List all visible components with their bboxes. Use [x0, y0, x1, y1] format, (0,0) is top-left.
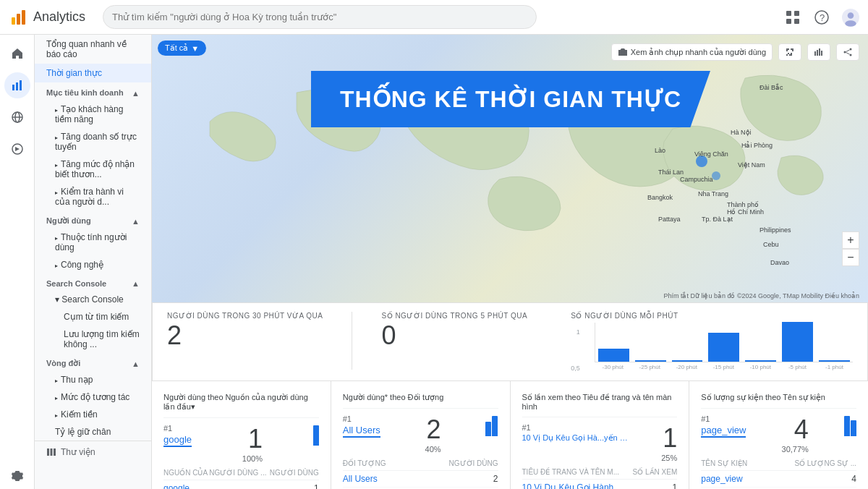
bar-5 — [745, 360, 776, 362]
sidebar-item-search-terms[interactable]: Cụm từ tìm kiếm — [35, 308, 151, 326]
fullscreen-button[interactable] — [778, 43, 801, 61]
svg-rect-3 — [786, 11, 791, 16]
tat-ca-button[interactable]: Tất cả ▼ — [158, 41, 206, 56]
sidebar-item-user-behavior[interactable]: ▸Kiểm tra hành vi của người d... — [35, 183, 151, 211]
users-30min-label: NGƯỜI DÙNG TRONG 30 PHÚT VỪA QUA — [167, 312, 323, 320]
library-icon — [46, 447, 56, 457]
sidebar-item-brand-awareness[interactable]: ▸Tăng mức độ nhận biết thươn... — [35, 156, 151, 183]
cards-grid: Người dùng theo Nguồn của người dùng lần… — [152, 381, 868, 489]
sidebar-item-organic-traffic[interactable]: Lưu lượng tìm kiếm không ... — [35, 326, 151, 353]
svg-rect-19 — [47, 448, 49, 456]
city-label-taipei: Đài Bắc — [760, 84, 783, 91]
sidebar-item-monetize[interactable]: ▸Kiếm tiền — [35, 406, 151, 423]
settings-icon[interactable] — [4, 463, 30, 489]
svg-rect-26 — [819, 48, 820, 56]
sidebar-nav: Tổng quan nhanh về báo cáo Thời gian thự… — [35, 35, 152, 489]
sidebar-item-create-leads[interactable]: ▸Tạo khách hàng tiềm năng — [35, 101, 151, 128]
card-1-col-headers: NGUỒN CỦA NGƯỜI DÙNG ... NGƯỜI DÙNG — [163, 469, 319, 480]
chart-with-labels: 1 0,5 -3 — [571, 323, 853, 372]
svg-point-30 — [850, 54, 852, 56]
card-3-main-label: 10 Vị Dụ Kêu Gọi Hà...yến Đổi Cho Websit… — [522, 433, 631, 443]
sidebar-item-overview[interactable]: Tổng quan nhanh về báo cáo — [35, 35, 151, 64]
card-events: Số lượng sự kiện theo Tên sự kiện #1 pag… — [689, 381, 868, 489]
share-button[interactable] — [836, 43, 859, 61]
svg-line-32 — [846, 53, 850, 55]
sidebar-item-online-sales[interactable]: ▸Tăng doanh số trực tuyến — [35, 128, 151, 156]
svg-point-11 — [845, 20, 856, 27]
chart-block: SỐ NGƯỜI DÙNG MỖI PHÚT 1 0,5 — [571, 312, 853, 372]
chart-type-button[interactable] — [807, 43, 830, 61]
snapshot-button[interactable]: Xem ảnh chụp nhanh của người dùng — [611, 43, 773, 61]
city-label-nhatrang: Nha Trang — [698, 190, 728, 197]
card-pageviews: Số lần xem theo Tiêu đề trang và tên màn… — [511, 381, 689, 489]
sidebar-item-engagement[interactable]: ▸Mức độ tương tác — [35, 388, 151, 406]
reports-icon[interactable] — [4, 72, 30, 98]
search-bar[interactable] — [103, 5, 537, 29]
card-2-col-headers: ĐỐI TƯỢNG NGƯỜI DÙNG — [343, 459, 498, 471]
city-label-philippines: Philippines — [760, 226, 791, 234]
city-label-thailand: Thái Lan — [658, 169, 684, 176]
card-1-row-0: google 1 — [163, 480, 319, 489]
svg-rect-5 — [786, 19, 791, 24]
sidebar-icon-bar — [0, 35, 35, 489]
card-3-rank: #1 — [522, 423, 631, 432]
share-icon — [843, 47, 853, 57]
card-2-rank: #1 — [343, 414, 380, 423]
search-input[interactable] — [103, 5, 537, 29]
card-3-percent: 25% — [661, 454, 677, 462]
users-30min-block: NGƯỜI DÙNG TRONG 30 PHÚT VỪA QUA 2 — [167, 312, 323, 349]
advertising-icon[interactable] — [4, 136, 30, 162]
card-2-percent: 40% — [425, 445, 441, 454]
map-section: Đài Bắc Hà Nội Hải Phòng Việt Nam Thành … — [152, 35, 868, 302]
sidebar-item-technology[interactable]: ▸Công nghệ — [35, 256, 151, 273]
overview-label: Tổng quan nhanh về báo cáo — [46, 39, 140, 59]
map-zoom-controls: + − — [842, 231, 859, 266]
bar-4 — [708, 333, 739, 362]
city-label-hcmc: Thành phốHồ Chí Minh — [727, 201, 764, 216]
fullscreen-icon — [785, 47, 795, 57]
svg-rect-27 — [821, 51, 822, 56]
city-label-haiphong: Hải Phòng — [741, 142, 773, 149]
bar-chart-area — [595, 323, 853, 362]
city-label-dalat: Tp. Đà Lạt — [702, 216, 733, 223]
realtime-label: Thời gian thực — [46, 68, 102, 78]
card-audience: Người dùng* theo Đối tượng #1 All Users … — [331, 381, 510, 489]
topbar-actions: ? — [784, 9, 859, 26]
city-label-vientiane: Viêng Chăn — [694, 150, 728, 158]
card-2-row-0: All Users 2 — [343, 471, 498, 488]
help-icon[interactable]: ? — [813, 9, 830, 26]
account-icon[interactable] — [842, 9, 859, 26]
zoom-in-button[interactable]: + — [842, 231, 859, 249]
chart-icon — [814, 47, 824, 57]
apps-icon[interactable] — [784, 9, 801, 26]
sidebar-item-realtime[interactable]: Thời gian thực — [35, 64, 151, 82]
city-label-laos: Lào — [655, 147, 665, 154]
users-section-header: Người dùng ▲ — [35, 211, 151, 229]
business-section-header: Mục tiêu kinh doanh ▲ — [35, 82, 151, 101]
library-link[interactable]: Thư viện — [35, 441, 151, 463]
chart-y-labels: 1 0,5 — [571, 328, 580, 372]
stats-divider — [352, 312, 352, 370]
card-user-source: Người dùng theo Nguồn của người dùng lần… — [152, 381, 331, 489]
svg-rect-24 — [814, 51, 816, 56]
sidebar-item-thu-nap[interactable]: ▸Thu nạp — [35, 371, 151, 388]
camera-icon — [618, 47, 628, 57]
explore-icon[interactable] — [4, 104, 30, 130]
card-4-rank: #1 — [701, 414, 746, 423]
card-1-value: 1 — [242, 424, 263, 454]
card-3-title: Số lần xem theo Tiêu đề trang và tên màn… — [522, 393, 678, 417]
card-2-title: Người dùng* theo Đối tượng — [343, 393, 498, 409]
users-5min-block: SỐ NGƯỜI DÙNG TRONG 5 PHÚT QUA 0 — [381, 312, 527, 349]
card-4-main-label: page_view — [701, 425, 746, 438]
zoom-out-button[interactable]: − — [842, 249, 859, 266]
sidebar-item-retention[interactable]: Tỷ lệ giữ chân — [35, 423, 151, 441]
home-icon[interactable] — [4, 41, 30, 67]
card-4-value: 4 — [782, 414, 809, 445]
card-1-percent: 100% — [242, 454, 263, 463]
card-4-title: Số lượng sự kiện theo Tên sự kiện — [701, 393, 856, 409]
analytics-logo-icon — [9, 7, 29, 27]
svg-rect-2 — [22, 10, 25, 25]
svg-rect-4 — [794, 11, 799, 16]
sidebar-item-user-attributes[interactable]: ▸Thuộc tính người dùng — [35, 229, 151, 256]
sidebar-item-search-console[interactable]: ▾ Search Console — [35, 291, 151, 308]
